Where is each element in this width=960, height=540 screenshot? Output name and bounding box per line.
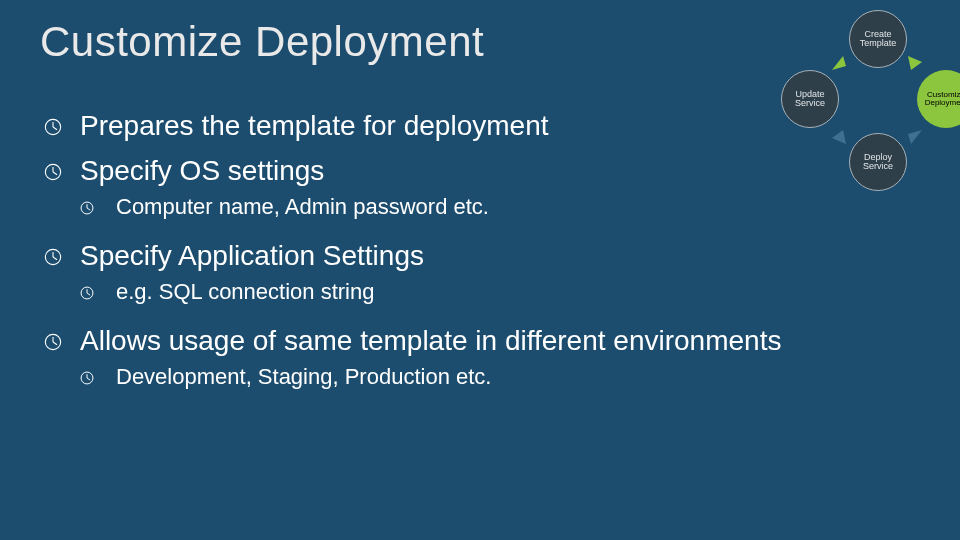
sub-bullet-item: Computer name, Admin password etc. [80, 194, 920, 220]
clock-icon [44, 118, 62, 136]
node-label: Update Service [795, 90, 825, 109]
svg-line-20 [87, 378, 90, 380]
clock-icon [44, 163, 62, 181]
diagram-node-customize-deployment: Customize Deployment [917, 70, 960, 128]
content-area: Prepares the template for deployment Spe… [40, 108, 920, 390]
clock-icon [44, 248, 62, 266]
svg-line-2 [53, 127, 57, 130]
node-label: Customize Deployment [925, 91, 960, 108]
svg-line-17 [53, 342, 57, 345]
sub-bullet-text: e.g. SQL connection string [116, 279, 920, 305]
clock-icon [44, 333, 62, 351]
bullet-text: Specify Application Settings [80, 238, 920, 273]
bullet-item: Allows usage of same template in differe… [44, 323, 920, 390]
clock-icon [80, 286, 94, 300]
bullet-item: Specify OS settings Computer name, Admin… [44, 153, 920, 220]
bullet-item: Prepares the template for deployment [44, 108, 920, 143]
sub-bullet-item: Development, Staging, Production etc. [80, 364, 920, 390]
sub-bullet-text: Computer name, Admin password etc. [116, 194, 920, 220]
bullet-item: Specify Application Settings e.g. SQL co… [44, 238, 920, 305]
clock-icon [80, 371, 94, 385]
bullet-text: Allows usage of same template in differe… [80, 323, 920, 358]
page-title: Customize Deployment [40, 18, 920, 66]
slide: Customize Deployment Prepares the templa… [0, 0, 960, 540]
svg-line-8 [87, 208, 90, 210]
sub-bullet-item: e.g. SQL connection string [80, 279, 920, 305]
sub-bullet-text: Development, Staging, Production etc. [116, 364, 920, 390]
bullet-text: Prepares the template for deployment [80, 108, 920, 143]
svg-line-14 [87, 293, 90, 295]
svg-line-5 [53, 172, 57, 175]
svg-line-11 [53, 257, 57, 260]
bullet-text: Specify OS settings [80, 153, 920, 188]
clock-icon [80, 201, 94, 215]
